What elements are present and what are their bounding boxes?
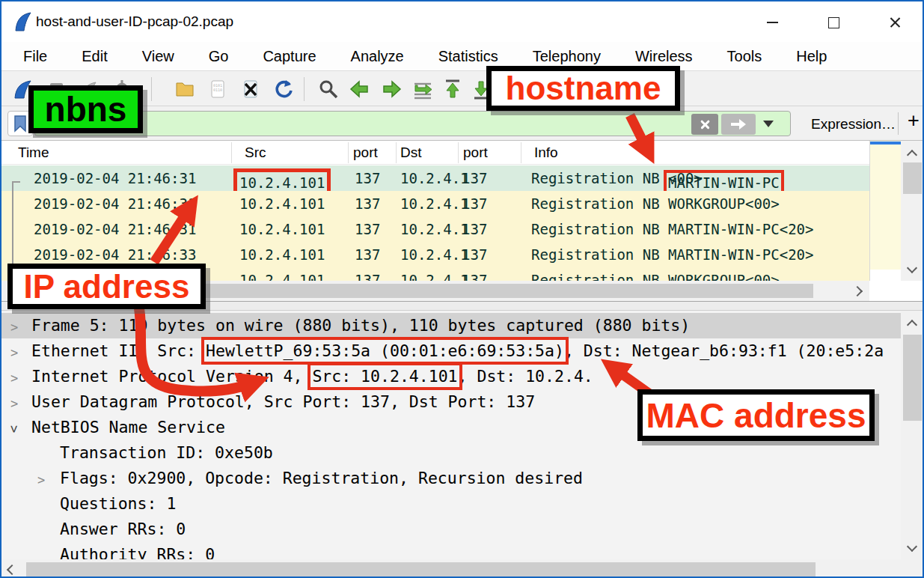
column-header-info[interactable]: Info [534, 144, 558, 161]
menu-item-statistics[interactable]: Statistics [421, 45, 515, 68]
detail-text: Internet Protocol Version 4, Src: 10.2.4… [31, 367, 593, 386]
expand-chevron-icon[interactable]: > [10, 345, 18, 360]
close-file-button[interactable] [238, 76, 263, 102]
packet-row[interactable]: 2019-02-04 21:46:3110.2.4.10113710.2.4.1… [1, 191, 869, 216]
cell-src: 10.2.4.101 [239, 246, 325, 263]
minimize-icon [767, 22, 778, 23]
go-to-top-icon [441, 78, 464, 100]
expand-chevron-icon[interactable]: > [10, 396, 18, 411]
detail-vscrollbar[interactable] [901, 311, 924, 559]
detail-row[interactable]: >Ethernet II, Src: HewlettP_69:53:5a (00… [1, 338, 901, 364]
close-icon [889, 16, 902, 29]
clear-filter-button[interactable] [691, 114, 718, 135]
detail-row[interactable]: Authority RRs: 0 [1, 542, 901, 559]
detail-text: NetBIOS Name Service [31, 418, 225, 436]
add-filter-button[interactable]: + [904, 109, 923, 133]
save-file-button[interactable]: 01010110 [205, 76, 230, 102]
apply-filter-arrow-icon [730, 118, 747, 130]
detail-row[interactable]: Answer RRs: 0 [1, 517, 901, 542]
filter-dropdown-caret[interactable] [763, 121, 774, 127]
packet-list-header: Time Src port Dst port Info [1, 141, 869, 165]
packet-row[interactable]: 2019-02-04 21:46:3110.2.4.10113710.2.4.1… [1, 216, 869, 242]
close-button[interactable] [876, 10, 914, 34]
go-to-top-button[interactable] [440, 76, 465, 102]
cell-dst-port: 137 [462, 170, 487, 186]
detail-scroll-down-icon[interactable] [902, 537, 923, 556]
detail-row[interactable]: >Flags: 0x2900, Opcode: Registration, Re… [1, 466, 901, 491]
detail-scroll-up-icon[interactable] [902, 315, 923, 335]
bookmark-icon [13, 115, 28, 133]
minimize-button[interactable] [753, 10, 791, 34]
cell-src: 10.2.4.101 [239, 195, 325, 212]
maximize-icon [828, 17, 839, 28]
find-packet-button[interactable] [316, 76, 341, 102]
scroll-down-arrow-icon[interactable] [902, 258, 923, 278]
detail-row[interactable]: >Frame 5: 110 bytes on wire (880 bits), … [1, 313, 901, 338]
menu-item-view[interactable]: View [125, 45, 192, 68]
detail-row[interactable]: >Internet Protocol Version 4, Src: 10.2.… [1, 364, 901, 389]
title-bar: host-and-user-ID-pcap-02.pcap [1, 1, 923, 42]
expand-chevron-icon[interactable]: > [10, 320, 18, 335]
column-header-dst[interactable]: Dst [400, 144, 422, 161]
apply-filter-button[interactable] [721, 114, 756, 135]
collapse-chevron-icon[interactable]: > [7, 425, 22, 433]
packet-row[interactable]: 2019-02-04 21:46:3110.2.4.10113710.2.4.1… [1, 165, 869, 191]
menu-item-wireless[interactable]: Wireless [618, 45, 710, 68]
menu-item-analyze[interactable]: Analyze [334, 45, 421, 68]
expand-chevron-icon[interactable]: > [10, 371, 18, 386]
cell-src: 10.2.4.101 [239, 221, 325, 237]
svg-text:0110: 0110 [213, 88, 222, 92]
cell-time: 2019-02-04 21:46:33 [34, 246, 196, 263]
go-to-packet-icon [411, 78, 434, 100]
detail-text: Questions: 1 [60, 494, 176, 513]
menu-item-edit[interactable]: Edit [64, 45, 124, 68]
menu-bar: FileEditViewGoCaptureAnalyzeStatisticsTe… [1, 42, 923, 70]
minimap-position-marker [870, 142, 901, 144]
reload-file-icon [272, 78, 295, 100]
expression-button[interactable]: Expression… [811, 116, 896, 133]
column-header-time[interactable]: Time [18, 144, 49, 161]
go-to-packet-button[interactable] [410, 76, 435, 102]
wireshark-logo-icon [13, 11, 33, 32]
packet-list-vscrollbar-thumb[interactable] [903, 162, 922, 194]
maximize-button[interactable] [815, 10, 852, 34]
go-back-button[interactable] [347, 76, 373, 102]
menu-item-tools[interactable]: Tools [710, 45, 780, 68]
reload-file-button[interactable] [271, 76, 296, 102]
menu-item-telephony[interactable]: Telephony [515, 45, 618, 68]
scroll-right-arrow-icon[interactable] [847, 282, 868, 301]
cell-info: Registration NB MARTIN-WIN-PC<20> [531, 221, 814, 237]
cell-dst: 10.2.4.1 [400, 246, 469, 263]
open-file-button[interactable] [172, 76, 198, 102]
red-highlight-box: MARTIN-WIN-PC [668, 174, 780, 191]
cell-time: 2019-02-04 21:46:31 [34, 195, 196, 212]
menu-item-go[interactable]: Go [192, 45, 246, 68]
close-file-icon [239, 78, 262, 100]
expand-chevron-icon[interactable]: > [37, 472, 45, 487]
detail-hscrollbar[interactable] [1, 559, 924, 578]
detail-row[interactable]: Questions: 1 [1, 491, 901, 517]
intelligent-scrollbar-minimap[interactable] [869, 141, 901, 281]
go-forward-button[interactable] [379, 76, 404, 102]
column-header-sport[interactable]: port [353, 144, 378, 161]
cell-dst-port: 137 [462, 246, 487, 263]
detail-hscrollbar-thumb[interactable] [26, 562, 816, 577]
menu-item-help[interactable]: Help [779, 45, 844, 68]
menu-item-file[interactable]: File [6, 45, 64, 68]
cell-info: Registration NB MARTIN-WIN-PC<00> [531, 170, 703, 186]
packet-list-vscrollbar[interactable] [901, 141, 924, 281]
column-header-src[interactable]: Src [245, 144, 266, 161]
cell-dst: 10.2.4.1 [400, 221, 469, 237]
detail-vscrollbar-thumb[interactable] [903, 335, 922, 421]
annotation-hostname-label: hostname [486, 66, 680, 111]
clear-filter-icon [700, 119, 711, 130]
display-filter-field[interactable] [34, 111, 791, 136]
menu-item-capture[interactable]: Capture [245, 45, 333, 68]
save-file-icon: 01010110 [206, 78, 229, 100]
detail-row[interactable]: Transaction ID: 0xe50b [1, 440, 901, 466]
detail-text: Authority RRs: 0 [60, 545, 215, 559]
cell-info: Registration NB WORKGROUP<00> [531, 195, 780, 212]
column-header-dport[interactable]: port [463, 144, 488, 161]
detail-scroll-left-icon[interactable] [1, 560, 22, 578]
detail-text: Transaction ID: 0xe50b [60, 443, 273, 462]
